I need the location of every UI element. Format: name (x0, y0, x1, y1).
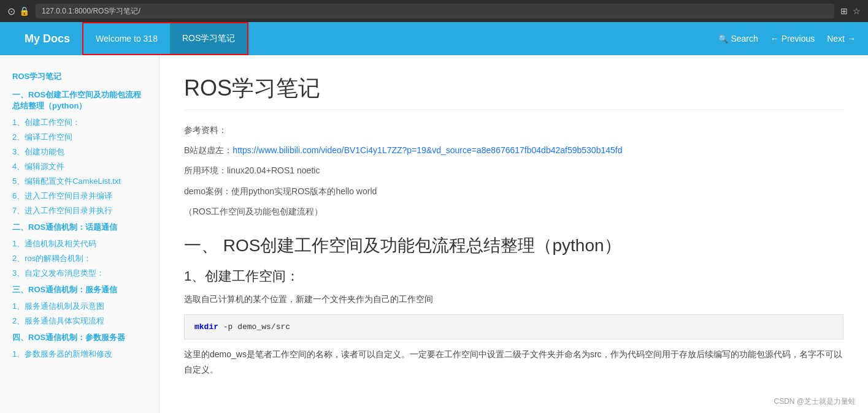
navbar: My Docs Welcome to 318 ROS学习笔记 🔍 Search … (0, 22, 868, 55)
section-1-heading: 一、 ROS创建工作空间及功能包流程总结整理（python） (184, 234, 843, 257)
bilibili-url[interactable]: https://www.bilibili.com/video/BV1Ci4y1L… (232, 145, 622, 155)
page-title: ROS学习笔记 (184, 74, 843, 110)
sidebar-link-3-1[interactable]: 1、服务通信机制及示意图 (0, 299, 159, 314)
sidebar-link-1-2[interactable]: 2、编译工作空间 (0, 130, 159, 145)
navbar-brand[interactable]: My Docs (12, 32, 82, 45)
tab-ros-notes[interactable]: ROS学习笔记 (170, 23, 247, 54)
code-block-1: mkdir -p demo_ws/src (184, 314, 843, 339)
code-keyword-mkdir: mkdir (194, 322, 218, 332)
nav-tabs-container: Welcome to 318 ROS学习笔记 (82, 22, 248, 55)
code-rest-1: -p demo_ws/src (218, 322, 290, 332)
navbar-right: 🔍 Search ← Previous Next → (718, 34, 856, 44)
sidebar-section-4[interactable]: 四、ROS通信机制：参数服务器 (0, 328, 159, 347)
lock-icon: 🔒 (19, 6, 29, 16)
sub-1-heading: 1、创建工作空间： (184, 267, 843, 286)
meta-demo: demo案例：使用python实现ROS版本的hello world (184, 184, 843, 199)
sidebar-section-2[interactable]: 二、ROS通信机制：话题通信 (0, 218, 159, 237)
sidebar: ROS学习笔记 一、ROS创建工作空间及功能包流程总结整理（python） 1、… (0, 55, 159, 413)
browser-right-icons: ⊞ ☆ (840, 6, 861, 16)
browser-chrome: ⊙ 🔒 127.0.0.1:8000/ROS学习笔记/ ⊞ ☆ (0, 0, 868, 22)
arrow-left-icon: ← (770, 34, 779, 44)
meta-bilibili-link: B站赵虚左：https://www.bilibili.com/video/BV1… (184, 143, 843, 158)
body-text-1: 这里的demo_ws是笔者工作空间的名称，读者可以自定义。一定要在工作空间中设置… (184, 347, 843, 377)
sidebar-section-1[interactable]: 一、ROS创建工作空间及功能包流程总结整理（python） (0, 86, 159, 115)
shield-icon[interactable]: ⊙ (7, 6, 15, 17)
sidebar-link-1-3[interactable]: 3、创建功能包 (0, 145, 159, 159)
meta-env: 所用环境：linux20.04+ROS1 noetic (184, 163, 843, 178)
url-bar[interactable]: 127.0.0.1:8000/ROS学习笔记/ (36, 4, 834, 18)
bookmark-icon[interactable]: ⊞ (840, 6, 848, 16)
sidebar-link-3-2[interactable]: 2、服务通信具体实现流程 (0, 314, 159, 328)
watermark: CSDN @芝士就是力量蛙 (774, 396, 856, 407)
search-button[interactable]: 🔍 Search (718, 34, 758, 44)
sidebar-link-1-7[interactable]: 7、进入工作空间目录并执行 (0, 203, 159, 218)
meta-flow: （ROS工作空间及功能包创建流程） (184, 204, 843, 219)
sidebar-link-4-1[interactable]: 1、参数服务器的新增和修改 (0, 347, 159, 362)
sidebar-link-2-2[interactable]: 2、ros的解耦合机制： (0, 251, 159, 266)
previous-button[interactable]: ← Previous (770, 34, 815, 44)
sidebar-section-ros-notes[interactable]: ROS学习笔记 (0, 67, 159, 86)
next-label: Next (827, 34, 845, 44)
sidebar-link-1-5[interactable]: 5、编辑配置文件CamkeList.txt (0, 174, 159, 189)
star-icon[interactable]: ☆ (853, 6, 861, 16)
url-text: 127.0.0.1:8000/ROS学习笔记/ (42, 6, 140, 17)
main-content: ROS学习笔记 参考资料： B站赵虚左：https://www.bilibili… (159, 55, 868, 413)
sidebar-link-1-1[interactable]: 1、创建工作空间： (0, 115, 159, 130)
sidebar-section-3[interactable]: 三、ROS通信机制：服务通信 (0, 281, 159, 299)
browser-controls: ⊙ 🔒 (7, 6, 29, 17)
sidebar-link-1-6[interactable]: 6、进入工作空间目录并编译 (0, 189, 159, 203)
sub-1-body: 选取自己计算机的某个位置，新建一个文件夹作为自己的工作空间 (184, 292, 843, 307)
search-icon: 🔍 (718, 34, 728, 44)
previous-label: Previous (782, 34, 815, 44)
arrow-right-icon: → (847, 34, 856, 44)
sidebar-link-1-4[interactable]: 4、编辑源文件 (0, 159, 159, 174)
content-area: ROS学习笔记 一、ROS创建工作空间及功能包流程总结整理（python） 1、… (0, 55, 868, 413)
sidebar-link-2-1[interactable]: 1、通信机制及相关代码 (0, 237, 159, 251)
tab-welcome-318[interactable]: Welcome to 318 (83, 23, 170, 54)
search-label: Search (731, 34, 758, 44)
next-button[interactable]: Next → (827, 34, 856, 44)
meta-references-label: 参考资料： (184, 123, 843, 138)
sidebar-link-2-3[interactable]: 3、自定义发布消息类型： (0, 266, 159, 281)
